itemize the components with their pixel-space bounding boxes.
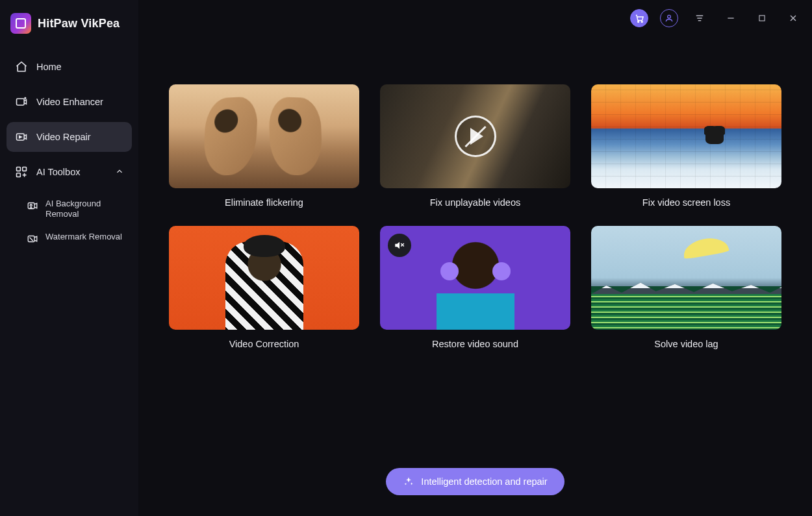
svg-rect-7 (759, 16, 765, 21)
svg-rect-13 (17, 167, 21, 171)
watermark-removal-icon (26, 232, 39, 245)
mute-icon (388, 234, 411, 257)
repair-icon (14, 130, 29, 144)
sidebar-item-ai-bg-removal[interactable]: AI Background Removal (10, 195, 132, 224)
sidebar-item-video-enhancer[interactable]: Video Enhancer (6, 87, 132, 117)
enhancer-icon (14, 95, 29, 109)
card-thumbnail (591, 226, 781, 330)
cart-icon (635, 14, 644, 23)
main-content: Eliminate flickering Fix unplayable vide… (138, 0, 812, 516)
sidebar-item-label: AI Background Removal (45, 199, 125, 220)
card-label: Eliminate flickering (225, 197, 303, 208)
user-icon (665, 14, 674, 23)
account-button[interactable] (660, 9, 678, 27)
card-eliminate-flickering[interactable]: Eliminate flickering (169, 84, 359, 208)
card-label: Fix unplayable videos (430, 197, 520, 208)
svg-point-11 (25, 97, 26, 99)
card-thumbnail (169, 226, 359, 330)
svg-point-17 (30, 204, 32, 206)
svg-line-19 (30, 237, 33, 240)
close-button[interactable] (783, 8, 803, 28)
minimize-button[interactable] (721, 8, 741, 28)
svg-rect-15 (17, 173, 21, 177)
intelligent-repair-button[interactable]: Intelligent detection and repair (386, 468, 564, 495)
card-label: Restore video sound (432, 339, 518, 349)
toolbox-icon (14, 165, 29, 179)
action-bar: Intelligent detection and repair (138, 468, 812, 495)
sidebar-item-label: AI Toolbox (36, 167, 80, 177)
card-label: Solve video lag (654, 339, 718, 349)
maximize-icon (757, 14, 767, 23)
card-label: Video Correction (229, 339, 299, 349)
sidebar-nav: Home Video Enhancer Video Repair AI Tool… (0, 52, 138, 249)
maximize-button[interactable] (752, 8, 772, 28)
button-label: Intelligent detection and repair (421, 476, 547, 487)
card-video-correction[interactable]: Video Correction (169, 226, 359, 349)
close-icon (788, 13, 798, 23)
sidebar: HitPaw VikPea Home Video Enhancer Video … (0, 0, 138, 516)
home-icon (14, 60, 29, 74)
sidebar-item-label: Video Repair (36, 132, 91, 142)
svg-rect-10 (17, 99, 25, 105)
play-disabled-icon (455, 116, 496, 157)
minimize-icon (726, 13, 736, 23)
menu-button[interactable] (690, 8, 709, 28)
repair-card-grid: Eliminate flickering Fix unplayable vide… (170, 84, 781, 349)
svg-point-0 (637, 21, 639, 22)
sidebar-item-ai-toolbox[interactable]: AI Toolbox (6, 157, 132, 187)
sidebar-item-home[interactable]: Home (6, 52, 132, 82)
card-thumbnail (591, 84, 781, 188)
sparkle-icon (403, 476, 414, 487)
chevron-up-icon (115, 167, 124, 178)
sidebar-item-label: Video Enhancer (36, 97, 103, 107)
card-thumbnail (380, 84, 570, 188)
titlebar (0, 0, 812, 36)
card-thumbnail (380, 226, 570, 330)
ai-toolbox-submenu: AI Background Removal Watermark Removal (6, 192, 132, 249)
sidebar-item-label: Home (36, 62, 62, 72)
card-thumbnail (169, 84, 359, 188)
svg-point-1 (641, 21, 642, 22)
card-restore-video-sound[interactable]: Restore video sound (380, 226, 570, 349)
menu-icon (694, 12, 705, 24)
sidebar-item-label: Watermark Removal (45, 232, 122, 242)
bg-removal-icon (26, 199, 39, 212)
card-fix-video-screen-loss[interactable]: Fix video screen loss (591, 84, 781, 208)
store-button[interactable] (630, 9, 648, 27)
sidebar-item-watermark-removal[interactable]: Watermark Removal (10, 228, 132, 249)
card-label: Fix video screen loss (642, 197, 730, 208)
sidebar-item-video-repair[interactable]: Video Repair (6, 122, 132, 152)
svg-point-2 (668, 15, 671, 18)
svg-rect-14 (23, 167, 27, 171)
card-solve-video-lag[interactable]: Solve video lag (591, 226, 781, 349)
card-fix-unplayable-videos[interactable]: Fix unplayable videos (380, 84, 570, 208)
